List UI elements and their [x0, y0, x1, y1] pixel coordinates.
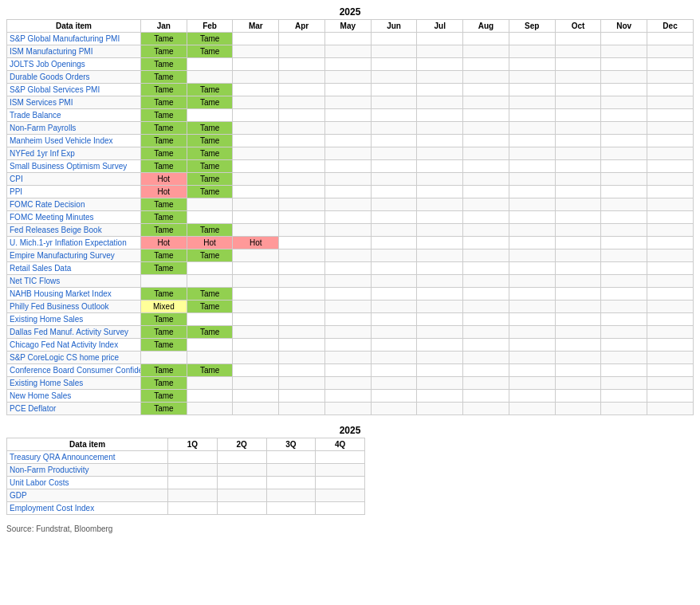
cell-tame: Tame	[141, 58, 187, 71]
cell-empty	[509, 58, 555, 71]
cell-tame: Tame	[187, 96, 233, 109]
cell-empty	[371, 275, 417, 288]
row-label: ISM Services PMI	[7, 96, 141, 109]
cell-empty	[555, 71, 601, 84]
cell-empty	[233, 364, 279, 377]
cell-tame: Tame	[141, 109, 187, 122]
q-cell	[266, 502, 316, 515]
cell-empty	[233, 326, 279, 339]
cell-empty	[187, 262, 233, 275]
cell-empty	[371, 160, 417, 173]
cell-empty	[509, 301, 555, 313]
cell-empty	[324, 390, 371, 403]
cell-empty	[324, 58, 371, 71]
cell-empty	[555, 109, 601, 122]
cell-empty	[324, 33, 371, 45]
cell-empty	[601, 352, 647, 364]
cell-empty	[555, 339, 601, 352]
table-row: Durable Goods OrdersTame	[7, 71, 694, 84]
row-label: FOMC Meeting Minutes	[7, 211, 141, 224]
cell-empty	[233, 301, 279, 313]
table-row: Net TIC Flows	[7, 275, 694, 288]
cell-empty	[233, 84, 279, 96]
cell-empty	[371, 224, 417, 237]
cell-tame: Tame	[141, 45, 187, 58]
cell-empty	[509, 122, 555, 135]
cell-empty	[463, 288, 509, 301]
table-row: U. Mich.1-yr Inflation ExpectationHotHot…	[7, 237, 694, 249]
cell-empty	[647, 198, 694, 211]
table-row: NYFed 1yr Inf ExpTameTame	[7, 147, 694, 160]
table-row: Conference Board Consumer ConfidenceTame…	[7, 364, 694, 377]
cell-empty	[187, 71, 233, 84]
cell-empty	[509, 313, 555, 326]
cell-empty	[509, 403, 555, 415]
q-row-label: Unit Labor Costs	[7, 477, 168, 489]
cell-empty	[417, 249, 463, 262]
cell-empty	[279, 147, 325, 160]
table-row: Fed Releases Beige BookTameTame	[7, 224, 694, 237]
cell-empty	[417, 288, 463, 301]
cell-empty	[601, 313, 647, 326]
cell-empty	[601, 288, 647, 301]
cell-empty	[279, 122, 325, 135]
row-label: Chicago Fed Nat Activity Index	[7, 339, 141, 352]
table-row: CPIHotTame	[7, 173, 694, 186]
cell-empty	[463, 45, 509, 58]
cell-empty	[647, 339, 694, 352]
cell-empty	[417, 377, 463, 390]
cell-empty	[601, 45, 647, 58]
cell-empty	[371, 122, 417, 135]
cell-empty	[601, 390, 647, 403]
row-label: Retail Sales Data	[7, 262, 141, 275]
cell-empty	[417, 390, 463, 403]
cell-tame: Tame	[141, 198, 187, 211]
cell-empty	[555, 96, 601, 109]
cell-empty	[417, 237, 463, 249]
cell-empty	[417, 198, 463, 211]
cell-empty	[601, 339, 647, 352]
cell-tame: Tame	[187, 160, 233, 173]
cell-empty	[371, 135, 417, 147]
q-cell	[266, 464, 316, 477]
cell-tame: Tame	[187, 326, 233, 339]
cell-empty	[555, 173, 601, 186]
cell-empty	[324, 160, 371, 173]
cell-empty	[509, 224, 555, 237]
cell-empty	[279, 71, 325, 84]
cell-tame: Tame	[187, 45, 233, 58]
cell-empty	[417, 109, 463, 122]
table-row: PPIHotTame	[7, 186, 694, 198]
cell-empty	[279, 237, 325, 249]
cell-empty	[233, 147, 279, 160]
cell-empty	[601, 377, 647, 390]
cell-empty	[647, 364, 694, 377]
cell-empty	[509, 364, 555, 377]
cell-empty	[279, 403, 325, 415]
cell-empty	[324, 186, 371, 198]
cell-empty	[417, 45, 463, 58]
row-label: Durable Goods Orders	[7, 71, 141, 84]
q-col-header-data-item: Data item	[7, 438, 168, 451]
cell-empty	[601, 71, 647, 84]
cell-empty	[417, 160, 463, 173]
cell-empty	[647, 249, 694, 262]
cell-empty	[417, 224, 463, 237]
cell-empty	[647, 352, 694, 364]
cell-empty	[233, 71, 279, 84]
cell-empty	[279, 249, 325, 262]
section-title-2: 2025	[6, 425, 694, 436]
quarterly-row: Treasury QRA Announcement	[7, 451, 365, 464]
cell-empty	[187, 58, 233, 71]
cell-empty	[555, 224, 601, 237]
cell-empty	[417, 122, 463, 135]
cell-empty	[371, 71, 417, 84]
table-row: Non-Farm PayrollsTameTame	[7, 122, 694, 135]
cell-empty	[463, 403, 509, 415]
cell-empty	[371, 262, 417, 275]
table-row: Small Business Optimism SurveyTameTame	[7, 160, 694, 173]
cell-empty	[371, 198, 417, 211]
cell-empty	[324, 173, 371, 186]
cell-empty	[647, 147, 694, 160]
cell-empty	[417, 275, 463, 288]
